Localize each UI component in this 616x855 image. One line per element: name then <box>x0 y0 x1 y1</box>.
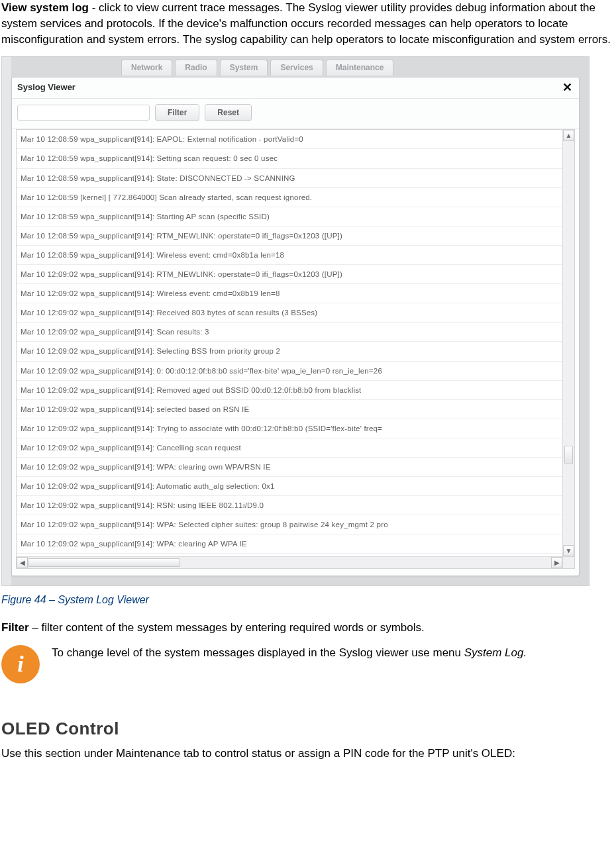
tab-services[interactable]: Services <box>270 60 323 75</box>
tab-radio[interactable]: Radio <box>175 60 217 75</box>
panel-header: Syslog Viewer ✕ <box>12 77 579 98</box>
log-line: Mar 10 12:09:02 wpa_supplicant[914]: 0: … <box>17 362 562 381</box>
log-line: Mar 10 12:09:02 wpa_supplicant[914]: WPA… <box>17 534 562 554</box>
horizontal-scroll-thumb[interactable] <box>28 558 180 567</box>
filter-row: Filter Reset <box>12 99 579 128</box>
oled-paragraph: Use this section under Maintenance tab t… <box>1 746 615 762</box>
info-text: To change level of the system messages d… <box>52 645 615 661</box>
scroll-right-icon[interactable]: ▶ <box>551 557 562 568</box>
log-line: Mar 10 12:09:02 wpa_supplicant[914]: Sel… <box>17 342 562 361</box>
log-lines: Mar 10 12:08:59 wpa_supplicant[914]: EAP… <box>17 130 562 556</box>
log-line: Mar 10 12:08:59 wpa_supplicant[914]: EAP… <box>17 130 562 149</box>
scroll-down-icon[interactable]: ▼ <box>563 545 574 556</box>
log-line: Mar 10 12:08:59 [kernel] [ 772.864000] S… <box>17 188 562 207</box>
close-icon[interactable]: ✕ <box>562 83 572 92</box>
scroll-corner <box>562 556 574 568</box>
reset-button[interactable]: Reset <box>205 104 252 121</box>
info-icon: i <box>1 645 40 683</box>
intro-rest: - click to view current trace messages. … <box>1 1 611 46</box>
filter-rest: – filter content of the system messages … <box>29 621 425 634</box>
tab-system[interactable]: System <box>220 60 268 75</box>
log-line: Mar 10 12:09:02 wpa_supplicant[914]: Wir… <box>17 284 562 303</box>
intro-paragraph: View system log - click to view current … <box>1 0 615 47</box>
sidebar-stripe <box>2 57 11 585</box>
tab-maintenance[interactable]: Maintenance <box>326 60 394 75</box>
log-line: Mar 10 12:08:59 wpa_supplicant[914]: RTM… <box>17 226 562 246</box>
log-line: Mar 10 12:09:02 wpa_supplicant[914]: Aut… <box>17 477 562 496</box>
top-tabbar: Network Radio System Services Maintenanc… <box>121 60 393 75</box>
vertical-scroll-thumb[interactable] <box>564 446 573 464</box>
log-line: Mar 10 12:09:02 wpa_supplicant[914]: Rec… <box>17 303 562 323</box>
info-text-a: To change level of the system messages d… <box>52 646 464 659</box>
log-line: Mar 10 12:08:59 wpa_supplicant[914]: Sta… <box>17 207 562 226</box>
log-line: Mar 10 12:08:59 wpa_supplicant[914]: Set… <box>17 149 562 168</box>
log-area: Mar 10 12:08:59 wpa_supplicant[914]: EAP… <box>16 129 575 569</box>
vertical-scrollbar[interactable]: ▲ ▼ <box>562 130 574 556</box>
log-line: Mar 10 12:09:02 wpa_supplicant[914]: Rem… <box>17 381 562 400</box>
log-line: Mar 10 12:09:02 wpa_supplicant[914]: WPA… <box>17 515 562 534</box>
log-line: Mar 10 12:09:02 wpa_supplicant[914]: RTM… <box>17 265 562 284</box>
log-line: Mar 10 12:09:02 wpa_supplicant[914]: WPA… <box>17 458 562 477</box>
tab-network[interactable]: Network <box>121 60 172 75</box>
log-line: Mar 10 12:08:59 wpa_supplicant[914]: Wir… <box>17 246 562 265</box>
horizontal-scroll-track[interactable] <box>28 557 551 568</box>
log-line: Mar 10 12:09:02 wpa_supplicant[914]: RSN… <box>17 496 562 515</box>
log-line: Mar 10 12:08:59 wpa_supplicant[914]: Sta… <box>17 169 562 188</box>
panel-title: Syslog Viewer <box>17 81 76 93</box>
info-block: i To change level of the system messages… <box>1 645 615 683</box>
scroll-left-icon[interactable]: ◀ <box>17 557 28 568</box>
syslog-screenshot: Network Radio System Services Maintenanc… <box>1 56 590 586</box>
log-line: Mar 10 12:09:02 wpa_supplicant[914]: Try… <box>17 419 562 438</box>
info-text-b: System Log. <box>464 646 527 659</box>
log-line: Mar 10 12:09:02 wpa_supplicant[914]: sel… <box>17 400 562 419</box>
filter-lead: Filter <box>1 621 29 634</box>
scroll-up-icon[interactable]: ▲ <box>563 130 574 141</box>
filter-button[interactable]: Filter <box>155 104 199 121</box>
log-line: Mar 10 12:09:02 wpa_supplicant[914]: Can… <box>17 438 562 458</box>
log-line: Mar 10 12:09:02 wpa_supplicant[914]: Sca… <box>17 323 562 342</box>
syslog-panel: Syslog Viewer ✕ Filter Reset Mar 10 12:0… <box>11 77 580 576</box>
filter-paragraph: Filter – filter content of the system me… <box>1 620 615 636</box>
filter-input[interactable] <box>17 105 150 121</box>
horizontal-scrollbar[interactable]: ◀ ▶ <box>17 556 562 568</box>
figure-caption: Figure 44 – System Log Viewer <box>1 593 615 607</box>
intro-lead: View system log <box>1 1 89 14</box>
oled-heading: OLED Control <box>1 717 615 740</box>
